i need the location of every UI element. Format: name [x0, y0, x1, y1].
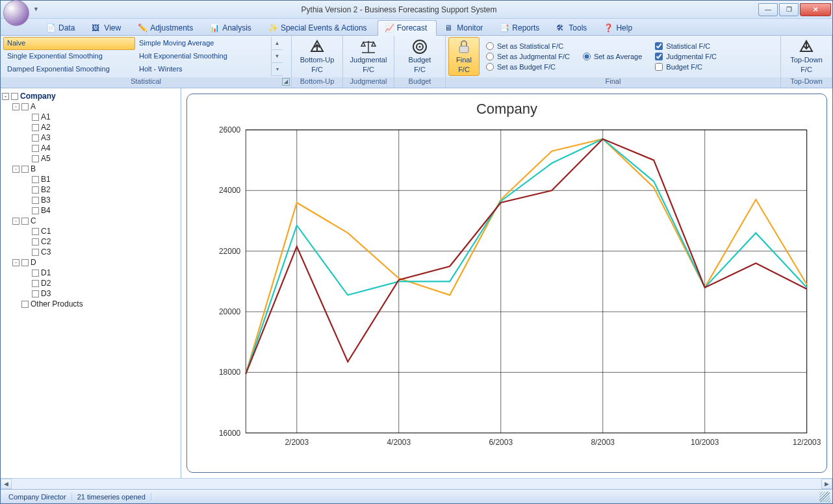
tree-node[interactable]: Other Products	[2, 299, 179, 309]
window-title: Pythia Version 2 - Business Forecasting …	[41, 5, 757, 14]
method-naive[interactable]: Naive	[3, 37, 135, 50]
method-sma[interactable]: Simple Moving Average	[135, 37, 267, 50]
method-holt[interactable]: Holt Exponential Smoothing	[135, 50, 267, 63]
minimize-button[interactable]: —	[758, 3, 778, 16]
method-ses[interactable]: Single Exponential Smoothing	[3, 50, 135, 63]
method-hw[interactable]: Holt - Winters	[135, 63, 267, 76]
tree-label: D	[31, 258, 36, 267]
tree-node[interactable]: C2	[2, 236, 179, 247]
tree-label: D3	[41, 289, 51, 298]
tab-view[interactable]: 🖼View	[85, 21, 130, 35]
tree-node[interactable]: B4	[2, 205, 179, 216]
tree-checkbox[interactable]	[32, 238, 39, 246]
gallery-scroll[interactable]: ▲▼▾	[271, 37, 283, 76]
radio-set-average[interactable]: Set as Average	[583, 53, 642, 60]
tree-checkbox[interactable]	[21, 103, 29, 110]
tab-tools[interactable]: 🛠Tools	[550, 21, 596, 35]
statistical-methods-gallery[interactable]: Naive Simple Moving Average Single Expon…	[3, 37, 283, 76]
tree-node[interactable]: -C	[2, 216, 179, 226]
top-down-icon	[797, 39, 815, 55]
tab-help[interactable]: ❓Help	[597, 21, 641, 35]
scroll-left-icon[interactable]: ◀	[1, 479, 12, 489]
top-down-button[interactable]: Top-DownF/C	[784, 37, 829, 76]
maximize-button[interactable]: ❐	[779, 3, 799, 16]
tab-data[interactable]: 📄Data	[40, 21, 84, 35]
svg-text:10/2003: 10/2003	[691, 438, 719, 447]
svg-text:2/2003: 2/2003	[285, 438, 309, 447]
tree-checkbox[interactable]	[32, 186, 39, 194]
tree-label: C1	[41, 227, 51, 236]
tab-monitor[interactable]: 🖥Monitor	[438, 21, 492, 35]
tree-node[interactable]: -Company	[2, 91, 179, 101]
tree-checkbox[interactable]	[32, 207, 39, 214]
tree-node[interactable]: -B	[2, 164, 179, 174]
tree-checkbox[interactable]	[21, 166, 29, 173]
tree-checkbox[interactable]	[32, 114, 39, 121]
judgmental-button[interactable]: JudgmentalF/C	[346, 37, 391, 76]
tree-node[interactable]: A5	[2, 153, 179, 164]
resize-grip-icon[interactable]	[819, 492, 830, 502]
tab-forecast[interactable]: 📈Forecast	[378, 20, 437, 36]
check-budget[interactable]: Budget F/C	[655, 63, 717, 71]
tree-checkbox[interactable]	[32, 290, 39, 297]
tree-node[interactable]: B3	[2, 195, 179, 205]
tree-node[interactable]: -D	[2, 257, 179, 268]
radio-set-judgmental[interactable]: Set as Judgmental F/C	[486, 53, 570, 60]
tree-node[interactable]: A2	[2, 122, 179, 132]
help-icon: ❓	[604, 23, 613, 32]
tree-checkbox[interactable]	[32, 228, 39, 235]
tree-node[interactable]: A4	[2, 143, 179, 153]
tree-checkbox[interactable]	[32, 176, 39, 183]
tree-checkbox[interactable]	[32, 124, 39, 131]
expand-icon[interactable]: -	[12, 166, 19, 173]
tree-node[interactable]: C1	[2, 226, 179, 236]
tree-node[interactable]: A3	[2, 132, 179, 143]
hierarchy-tree[interactable]: -Company-AA1A2A3A4A5-BB1B2B3B4-CC1C2C3-D…	[1, 88, 181, 478]
bottom-up-button[interactable]: Bottom-UpF/C	[294, 37, 340, 76]
tab-reports[interactable]: 📑Reports	[493, 21, 548, 35]
check-statistical[interactable]: Statistical F/C	[655, 42, 717, 50]
tree-node[interactable]: D1	[2, 268, 179, 278]
tree-checkbox[interactable]	[32, 280, 39, 287]
tree-node[interactable]: B1	[2, 174, 179, 184]
tab-adjustments[interactable]: ✏️Adjustments	[131, 21, 202, 35]
tree-checkbox[interactable]	[21, 218, 29, 225]
tree-checkbox[interactable]	[32, 197, 39, 204]
tree-checkbox[interactable]	[32, 145, 39, 152]
tree-checkbox[interactable]	[21, 259, 29, 266]
svg-text:4/2003: 4/2003	[387, 438, 411, 447]
horizontal-scrollbar[interactable]: ◀ ▶	[1, 478, 832, 489]
tree-checkbox[interactable]	[21, 301, 29, 308]
final-fc-button[interactable]: FinalF/C	[448, 37, 480, 76]
tree-node[interactable]: -A	[2, 101, 179, 112]
tab-analysis[interactable]: 📊Analysis	[203, 21, 261, 35]
method-damped[interactable]: Damped Exponential Smoothing	[3, 63, 135, 76]
dialog-launcher-icon[interactable]: ◢	[282, 78, 290, 86]
app-logo[interactable]	[3, 0, 29, 26]
tree-checkbox[interactable]	[32, 270, 39, 277]
tree-label: B2	[41, 185, 51, 194]
tree-checkbox[interactable]	[32, 155, 39, 162]
expand-icon[interactable]: -	[12, 259, 19, 266]
tab-special[interactable]: ✨Special Events & Actions	[262, 21, 376, 35]
ribbon-tabs: 📄Data 🖼View ✏️Adjustments 📊Analysis ✨Spe…	[1, 19, 832, 36]
qat-dropdown-icon[interactable]: ▼	[33, 6, 41, 14]
tree-label: Company	[20, 92, 56, 101]
tree-node[interactable]: D3	[2, 288, 179, 299]
check-judgmental[interactable]: Judgmental F/C	[655, 53, 717, 60]
radio-set-budget[interactable]: Set as Budget F/C	[486, 63, 570, 71]
tree-checkbox[interactable]	[11, 93, 18, 100]
tree-node[interactable]: A1	[2, 112, 179, 122]
tree-node[interactable]: D2	[2, 278, 179, 288]
expand-icon[interactable]: -	[12, 103, 19, 110]
tree-node[interactable]: C3	[2, 247, 179, 257]
expand-icon[interactable]: -	[12, 218, 19, 225]
radio-set-statistical[interactable]: Set as Statistical F/C	[486, 42, 570, 50]
tree-checkbox[interactable]	[32, 249, 39, 256]
budget-button[interactable]: BudgetF/C	[397, 37, 442, 76]
scroll-right-icon[interactable]: ▶	[821, 479, 832, 489]
tree-checkbox[interactable]	[32, 134, 39, 142]
expand-icon[interactable]: -	[2, 93, 9, 100]
close-button[interactable]: ✕	[800, 3, 831, 16]
tree-node[interactable]: B2	[2, 184, 179, 195]
